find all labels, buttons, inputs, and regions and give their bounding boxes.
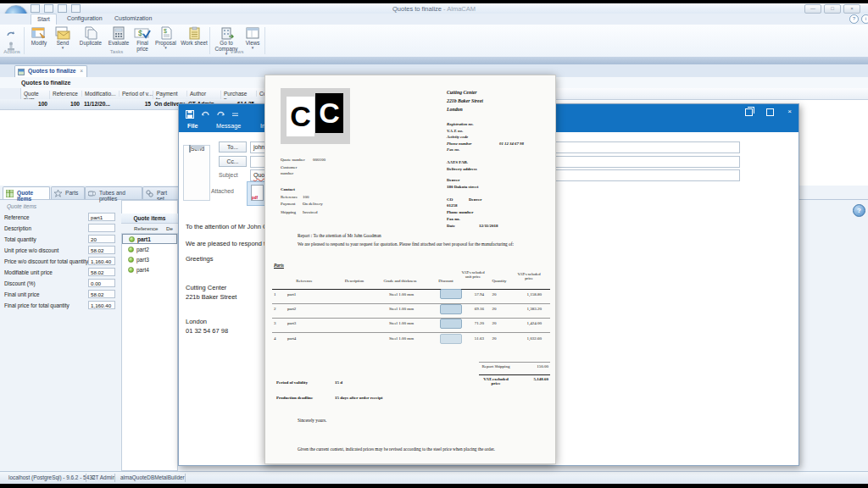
email-body-line[interactable]: London — [186, 318, 207, 325]
save-icon[interactable] — [186, 107, 193, 114]
doc-tab-quotes-to-finalize[interactable]: Quotes to finalize × — [14, 65, 87, 77]
unit-price-field[interactable]: 58.02 — [88, 246, 115, 254]
email-tab-file[interactable]: File — [182, 120, 203, 131]
undo-icon[interactable] — [201, 107, 209, 114]
pdf-closing: Sincerely yours. — [298, 418, 326, 423]
email-body-line[interactable]: We are pleased to respond to — [186, 240, 269, 247]
pdf-delivery-state: CO — [447, 197, 453, 202]
email-body-line[interactable]: Cutting Center — [186, 284, 226, 291]
tab-tubes-profiles[interactable]: Tubes and profiles — [85, 186, 142, 199]
pdf-file-icon: pdf — [251, 185, 264, 201]
window-minimize-icon[interactable]: — — [804, 4, 821, 14]
pdf-row-ref: part4 — [287, 336, 296, 341]
status-database-name: almaQuoteDBMetalBuilder — [120, 474, 185, 480]
status-dot-icon — [129, 236, 135, 242]
pdf-quote-number-label: Quote number — [281, 158, 305, 163]
info-icon[interactable]: i — [861, 14, 868, 24]
tab-part-sets[interactable]: Part set... — [142, 186, 181, 199]
list-col-description[interactable]: De — [166, 225, 173, 231]
group-label-actions: Actions — [0, 49, 24, 54]
reference-field[interactable]: part1 — [88, 213, 115, 221]
panel-icon[interactable] — [44, 4, 53, 13]
company-logo: C C — [281, 88, 350, 144]
to-button[interactable]: To... — [219, 141, 247, 152]
field-label-total-quantity: Total quantity — [4, 236, 36, 242]
table-row-rule — [272, 332, 550, 333]
pdf-delivery-city: Denver — [447, 178, 460, 183]
grid-icon[interactable] — [31, 4, 40, 13]
email-tab-message[interactable]: Message — [211, 120, 246, 131]
price-total-field[interactable]: 1,160.40 — [88, 257, 115, 265]
tab-configuration[interactable]: Configuration — [61, 14, 108, 25]
window-close-icon[interactable]: × — [843, 4, 860, 14]
pdf-row-grade: Steel 1.00 mm — [389, 321, 414, 325]
pdf-shipping-value: Invoiced — [303, 210, 318, 215]
pdf-row-index: 4 — [274, 336, 276, 341]
pdf-shipping-label: Shipping — [281, 210, 296, 215]
pdf-row-price: 1,158.80 — [508, 292, 542, 297]
email-close-icon[interactable]: × — [787, 108, 792, 116]
pdf-company-city: London — [447, 107, 463, 113]
screen: Quotes to finalize - AlmaCAM — □ × Start… — [0, 0, 868, 488]
evaluate-icon — [105, 26, 132, 41]
final-unit-price-field[interactable]: 58.02 — [88, 290, 115, 298]
final-price-total-field[interactable]: 1,160.40 — [88, 301, 115, 309]
email-maximize-icon[interactable] — [766, 108, 774, 116]
list-item-part2[interactable]: part2 — [122, 245, 177, 255]
final-price-icon: $ — [132, 26, 153, 41]
refresh-actions-icon[interactable] — [6, 28, 16, 38]
pdf-col-description: Description — [333, 279, 376, 283]
pdf-payment-label: Payment — [281, 202, 296, 207]
resize-icon[interactable] — [71, 4, 81, 13]
company-icon — [212, 26, 241, 41]
status-dot-icon — [128, 267, 134, 273]
quote-items-list-title: Quote items — [121, 214, 178, 224]
tab-close-icon[interactable]: × — [80, 68, 83, 74]
cell-reference: 100 — [49, 101, 80, 107]
pdf-reference-value: 100 — [303, 195, 309, 200]
tab-quote-items[interactable]: Quote items — [3, 186, 50, 199]
list-col-reference[interactable]: Reference — [134, 225, 159, 231]
email-body-line[interactable]: To the attention of Mr John G — [186, 223, 268, 230]
pdf-row-qty: 20 — [484, 292, 504, 297]
status-divider — [86, 474, 86, 482]
email-body-line[interactable]: 221b Baker Street — [186, 293, 236, 301]
email-body-line[interactable]: Greetings — [186, 255, 214, 263]
pdf-shipping-total-value: 150.00 — [515, 364, 548, 369]
help-icon[interactable]: ? — [853, 204, 865, 217]
help-icon[interactable]: ? — [849, 14, 859, 24]
list-item-part4[interactable]: part4 — [122, 265, 177, 275]
list-item-part3[interactable]: part3 — [122, 255, 177, 265]
pdf-col-discount: Discount — [431, 279, 460, 283]
duplicate-icon — [76, 26, 105, 41]
description-field[interactable] — [88, 224, 115, 232]
modifiable-unit-price-field[interactable]: 58.02 — [88, 268, 115, 276]
cc-button[interactable]: Cc... — [219, 156, 247, 167]
attached-label: Attached — [211, 188, 234, 194]
pdf-intro: We are pleased to respond to your reques… — [298, 241, 533, 247]
email-restore-icon[interactable] — [745, 108, 753, 116]
table-header-rule — [272, 289, 550, 290]
col-period[interactable]: Period of v... — [119, 91, 153, 97]
email-body-line[interactable]: 01 32 54 67 98 — [186, 327, 228, 335]
total-quantity-field[interactable]: 20 — [88, 235, 115, 243]
logo-letter-c2: C — [315, 93, 343, 133]
col-modification[interactable]: Modificatio... — [81, 91, 119, 97]
list-item-part1[interactable]: part1 — [122, 234, 177, 244]
redo-icon[interactable] — [216, 107, 224, 114]
ribbon-tab-bar: Start Configuration Customization — [0, 14, 868, 25]
status-divider — [185, 474, 186, 482]
tab-start[interactable]: Start — [31, 14, 57, 25]
pdf-total-label: VAT-excluded price — [481, 377, 510, 385]
discount-field[interactable]: 0.00 — [88, 279, 115, 287]
pdf-proposal-preview[interactable]: C C Cutting Center 221b Baker Street Lon… — [264, 75, 556, 464]
customize-toolbar-icon[interactable] — [231, 107, 239, 114]
window-maximize-icon[interactable]: □ — [824, 4, 841, 14]
tab-parts[interactable]: Parts — [51, 186, 85, 199]
send-email-button[interactable]: Send — [183, 145, 210, 201]
status-divider — [114, 474, 115, 482]
tab-customization[interactable]: Customization — [108, 14, 158, 25]
list-icon[interactable] — [58, 4, 67, 13]
status-database-host: localhost (PostgreSql) - 9.6.2 - 5432 — [8, 474, 95, 480]
col-author[interactable]: Author — [186, 91, 220, 97]
